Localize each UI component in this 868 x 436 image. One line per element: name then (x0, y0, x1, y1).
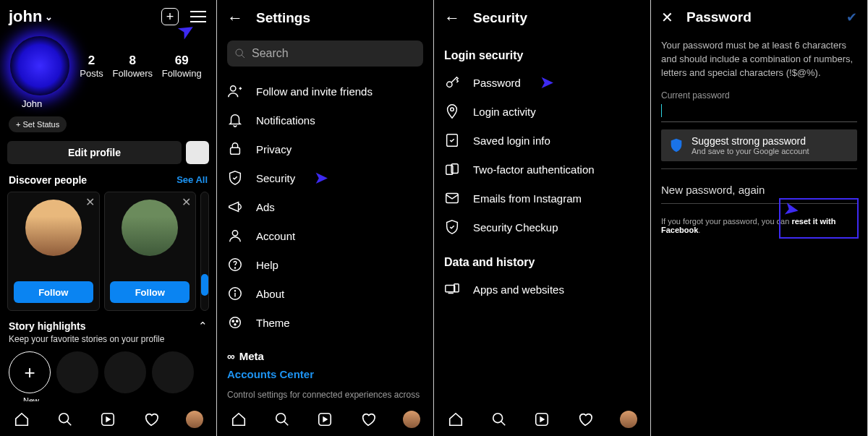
profile-tab-avatar[interactable] (620, 411, 637, 428)
profile-tab-avatar[interactable] (403, 411, 420, 428)
bottom-nav (0, 401, 216, 436)
menu-item-notifications[interactable]: Notifications (227, 106, 423, 134)
profile-tab-avatar[interactable] (186, 411, 203, 428)
story-highlights-title: Story highlights (9, 320, 86, 332)
current-password-input[interactable] (661, 101, 857, 122)
new-password-again-label: New password, again (651, 169, 867, 199)
accounts-center-link[interactable]: Accounts Center (217, 364, 433, 385)
menu-item-apps-and-websites[interactable]: Apps and websites (444, 275, 640, 304)
suggestion-avatar (25, 200, 82, 256)
stat-followers[interactable]: 8Followers (112, 54, 153, 79)
annotation-highlight-box (779, 198, 859, 239)
confirm-check-icon[interactable]: ✔ (846, 9, 857, 25)
reels-icon[interactable] (533, 411, 550, 428)
suggestion-avatar (122, 200, 178, 256)
svg-line-4 (242, 55, 244, 58)
highlight-placeholder (104, 351, 146, 393)
close-icon[interactable]: ✕ (661, 9, 673, 26)
edit-profile-button[interactable]: Edit profile (7, 141, 182, 164)
bottom-nav (434, 401, 650, 436)
svg-point-14 (234, 291, 235, 291)
highlight-placeholder (56, 351, 98, 393)
profile-avatar[interactable] (10, 36, 69, 95)
home-icon[interactable] (447, 411, 464, 428)
menu-item-emails-from-instagram[interactable]: Emails from Instagram (444, 184, 640, 213)
reels-icon[interactable] (99, 411, 116, 428)
heart-icon[interactable] (576, 411, 594, 428)
suggestion-card[interactable]: ✕ Follow (104, 192, 197, 311)
page-title: Settings (256, 10, 310, 26)
home-icon[interactable] (230, 411, 247, 428)
svg-point-11 (234, 268, 235, 268)
search-icon[interactable] (490, 411, 508, 428)
username: john (9, 7, 42, 26)
search-input[interactable]: Search (227, 40, 423, 67)
suggestion-card[interactable] (200, 192, 209, 311)
menu-item-login-activity[interactable]: Login activity (444, 97, 640, 126)
page-title: Security (473, 10, 527, 26)
svg-line-31 (501, 421, 505, 425)
menu-item-follow-and-invite-friends[interactable]: Follow and invite friends (227, 77, 423, 106)
svg-point-23 (451, 108, 454, 111)
highlight-placeholder (152, 351, 194, 393)
svg-point-30 (493, 413, 502, 422)
menu-item-privacy[interactable]: Privacy (227, 134, 423, 163)
menu-item-about[interactable]: About (227, 279, 423, 308)
menu-item-ads[interactable]: Ads (227, 192, 423, 221)
stat-posts[interactable]: 2Posts (80, 54, 103, 79)
suggest-password-button[interactable]: Suggest strong passwordAnd save to your … (661, 129, 857, 161)
svg-point-18 (234, 324, 236, 325)
home-icon[interactable] (13, 411, 30, 428)
meta-header: ∞Meta (217, 338, 433, 364)
username-dropdown[interactable]: john ⌄ (9, 7, 161, 26)
add-highlight-button[interactable]: + (9, 351, 51, 393)
svg-point-5 (231, 86, 236, 91)
display-name: John (22, 98, 216, 109)
svg-point-0 (59, 413, 68, 422)
menu-item-theme[interactable]: Theme (227, 308, 423, 337)
section-login-security: Login security (434, 36, 650, 67)
menu-item-two-factor-authentication[interactable]: Two-factor authentication (444, 155, 640, 184)
annotation-arrow-icon: ➤ (314, 168, 328, 188)
discover-people-icon[interactable] (186, 141, 209, 164)
follow-button[interactable]: Follow (110, 281, 190, 303)
menu-item-security-checkup[interactable]: Security Checkup (444, 213, 640, 241)
follow-button[interactable]: Follow (14, 281, 93, 303)
reels-icon[interactable] (316, 411, 333, 428)
svg-point-15 (230, 317, 241, 328)
set-status-button[interactable]: + Set Status (9, 116, 67, 132)
search-icon (234, 48, 246, 59)
chevron-up-icon[interactable]: ⌃ (198, 320, 208, 333)
svg-point-3 (236, 49, 242, 56)
current-password-label: Current password (651, 90, 867, 101)
bottom-nav (217, 401, 433, 436)
discover-people-label: Discover people (9, 174, 87, 186)
page-title: Password (686, 9, 752, 25)
dismiss-icon[interactable]: ✕ (182, 195, 191, 209)
dismiss-icon[interactable]: ✕ (85, 195, 95, 209)
svg-rect-28 (446, 286, 455, 292)
heart-icon[interactable] (142, 411, 160, 428)
menu-item-security[interactable]: Security➤ (227, 163, 423, 192)
menu-item-saved-login-info[interactable]: Saved login info (444, 126, 640, 155)
back-arrow-icon[interactable]: ← (227, 9, 243, 27)
heart-icon[interactable] (359, 411, 377, 428)
menu-item-account[interactable]: Account (227, 221, 423, 250)
svg-point-22 (447, 82, 452, 87)
svg-rect-27 (446, 194, 459, 203)
password-hint: Your password must be at least 6 charact… (651, 35, 867, 90)
stat-following[interactable]: 69Following (162, 54, 202, 79)
annotation-arrow-icon: ➤ (540, 72, 554, 93)
svg-point-9 (232, 231, 237, 236)
chevron-down-icon: ⌄ (45, 12, 53, 22)
search-icon[interactable] (56, 411, 74, 428)
back-arrow-icon[interactable]: ← (444, 9, 460, 27)
suggestion-card[interactable]: ✕ Follow (7, 192, 100, 311)
section-data-history: Data and history (434, 243, 650, 273)
svg-point-17 (237, 320, 238, 322)
see-all-link[interactable]: See All (176, 174, 208, 186)
menu-item-password[interactable]: Password➤ (444, 68, 640, 97)
menu-item-help[interactable]: Help (227, 250, 423, 279)
svg-point-16 (232, 320, 234, 322)
search-icon[interactable] (273, 411, 291, 428)
